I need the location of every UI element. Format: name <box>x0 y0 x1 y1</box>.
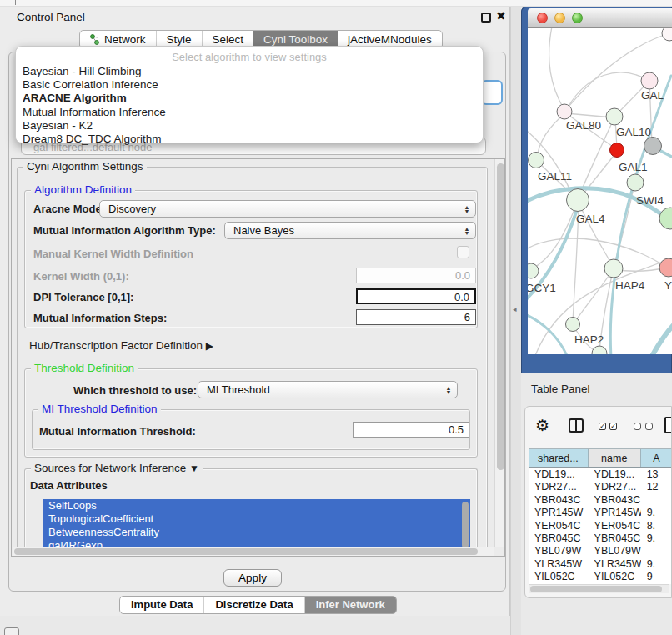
checked-checkbox-icon[interactable]: ✓ <box>609 422 617 430</box>
settings-horizontal-scrollbar[interactable] <box>13 547 494 556</box>
tab-impute-data[interactable]: Impute Data <box>120 597 203 613</box>
mi-threshold-group-title: MI Threshold Definition <box>38 402 161 415</box>
network-node[interactable] <box>662 28 672 41</box>
tab-infer-network[interactable]: Infer Network <box>304 597 396 613</box>
network-node-gal1[interactable] <box>610 143 624 158</box>
table-cell: 9. <box>641 532 672 545</box>
table-cell: YBL079W <box>589 545 641 558</box>
algorithm-option[interactable]: Dream8 DC_TDC Algorithm <box>16 132 483 146</box>
network-node-gcy1[interactable] <box>528 263 539 278</box>
table-row[interactable]: YER054CYER054C8. <box>529 520 672 532</box>
table-cell: YIL052C <box>529 571 589 583</box>
mi-steps-field[interactable]: 6 <box>356 309 476 325</box>
which-threshold-combo[interactable]: MI Threshold ▲▼ <box>198 381 458 398</box>
close-traffic-light[interactable] <box>537 12 548 23</box>
table-cell: 9. <box>641 558 672 571</box>
mi-type-combo[interactable]: Naive Bayes ▲▼ <box>224 222 476 239</box>
focused-combo-fragment[interactable] <box>481 80 503 105</box>
network-node[interactable] <box>592 346 607 354</box>
divider-collapse-icon[interactable]: ◂ <box>513 305 517 313</box>
network-node-y[interactable] <box>659 258 672 277</box>
table-horizontal-scrollbar[interactable] <box>529 584 669 593</box>
table-cell: 12 <box>641 481 672 493</box>
table-row[interactable]: YBL079WYBL079W <box>529 545 672 558</box>
network-node[interactable] <box>659 208 672 229</box>
network-node-gal4[interactable] <box>567 189 589 212</box>
control-panel-title: Control Panel <box>17 11 85 23</box>
column-header-name[interactable]: name <box>589 449 641 467</box>
attribute-item[interactable]: BetweennessCentrality <box>43 526 470 539</box>
aracne-mode-label: Aracne Mode: <box>33 202 105 215</box>
kernel-width-field[interactable]: 0.0 <box>356 268 476 283</box>
node-label: GAL10 <box>616 126 651 138</box>
table-cell: YLR345W <box>589 558 641 571</box>
checked-checkbox-icon[interactable]: ✓ <box>599 422 606 430</box>
table-row[interactable]: YLR345WYLR345W9. <box>529 558 672 571</box>
tab-discretize-data[interactable]: Discretize Data <box>203 597 303 613</box>
table-row[interactable]: YBR043CYBR043C <box>529 494 672 507</box>
table-row[interactable]: YBR045CYBR045C9. <box>529 532 672 545</box>
network-node-hap4[interactable] <box>604 259 623 278</box>
settings-vertical-scrollbar[interactable] <box>494 159 505 547</box>
network-canvas[interactable]: GALGAL80GAL10GAL1GAL11SWI4GAL4GCY1HAP4YH… <box>528 28 672 354</box>
network-view-window: GALGAL80GAL10GAL1GAL11SWI4GAL4GCY1HAP4YH… <box>521 7 672 373</box>
columns-icon[interactable] <box>569 418 584 432</box>
network-node-hap2[interactable] <box>566 318 580 332</box>
table-row[interactable]: YDR27...YDR27...12 <box>529 481 672 493</box>
table-row[interactable]: YPR145WYPR145W9. <box>529 507 672 519</box>
gear-icon[interactable]: ⚙ <box>535 416 549 435</box>
network-node-gal[interactable] <box>641 72 658 89</box>
table-cell: YLR345W <box>529 558 589 571</box>
hub-definition-toggle[interactable]: Hub/Transcription Factor Definition ▶ <box>29 339 213 352</box>
network-node[interactable] <box>644 138 662 155</box>
network-node-gal80[interactable] <box>557 104 572 119</box>
chevron-down-icon[interactable]: ▼ <box>189 462 199 474</box>
table-panel: ⚙ ✓ ✓ shared...nameA YDL19...YDL19...13Y… <box>524 406 672 598</box>
algorithm-option[interactable]: ARACNE Algorithm <box>16 92 483 105</box>
unchecked-checkbox-icon[interactable] <box>634 422 641 430</box>
collapsed-panel-icon[interactable] <box>4 628 19 635</box>
mi-type-label: Mutual Information Algorithm Type: <box>33 224 216 237</box>
node-label: SWI4 <box>636 194 664 207</box>
table-row[interactable]: YDL19...YDL19...13 <box>529 468 672 481</box>
table-cell: YBR043C <box>529 494 589 507</box>
network-node-swi4[interactable] <box>627 174 644 191</box>
algorithm-option[interactable]: Mutual Information Inference <box>16 106 483 119</box>
zoom-traffic-light[interactable] <box>572 12 583 23</box>
scrollbar-thumb[interactable] <box>497 163 504 470</box>
chevron-right-icon: ▶ <box>206 340 213 352</box>
unchecked-checkbox-icon[interactable] <box>645 422 653 430</box>
threshold-definition-group: Threshold Definition Which threshold to … <box>24 368 478 458</box>
network-node-gal10[interactable] <box>606 108 623 125</box>
scrollbar-thumb[interactable] <box>14 548 478 555</box>
table-cell: YBR045C <box>589 532 641 545</box>
algorithm-option[interactable]: Bayesian - Hill Climbing <box>16 65 483 78</box>
manual-kernel-checkbox[interactable] <box>457 246 469 258</box>
float-window-icon[interactable] <box>481 12 491 22</box>
column-header-shared[interactable]: shared... <box>529 449 589 467</box>
algorithm-dropdown-popup: Select algorithm to view settings Bayesi… <box>15 46 484 143</box>
mi-threshold-field[interactable]: 0.5 <box>353 422 469 438</box>
aracne-mode-combo[interactable]: Discovery ▲▼ <box>99 200 476 218</box>
minimize-traffic-light[interactable] <box>554 12 565 23</box>
attribute-item[interactable]: TopologicalCoefficient <box>43 512 470 526</box>
algorithm-option[interactable]: Basic Correlation Inference <box>16 78 483 92</box>
apply-button[interactable]: Apply <box>223 569 282 587</box>
network-window-titlebar[interactable] <box>528 8 672 28</box>
attribute-item[interactable]: SelfLoops <box>43 499 470 512</box>
list-scrollbar[interactable] <box>462 502 469 548</box>
algorithm-option[interactable]: Bayesian - K2 <box>16 119 483 132</box>
table-row[interactable]: YIL052CYIL052C9 <box>529 571 672 583</box>
scrollbar-thumb[interactable] <box>530 586 662 592</box>
table-cell: YPR145W <box>529 507 589 519</box>
dpi-tolerance-field[interactable]: 0.0 <box>356 288 476 304</box>
node-label: GAL1 <box>619 161 648 173</box>
column-header-a[interactable]: A <box>641 449 672 467</box>
close-icon[interactable]: ✖ <box>496 9 506 22</box>
panel-divider[interactable] <box>510 7 521 635</box>
document-icon[interactable] <box>664 417 672 433</box>
cyni-algorithm-settings-group: Cyni Algorithm Settings Algorithm Defini… <box>17 167 488 550</box>
node-label: GAL80 <box>566 119 601 132</box>
settings-scrollpane: Cyni Algorithm Settings Algorithm Defini… <box>11 158 505 557</box>
network-node-gal11[interactable] <box>529 152 544 168</box>
